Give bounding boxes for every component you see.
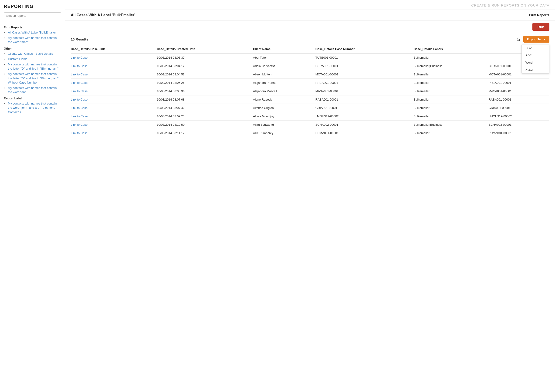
table-row: Link to Case 10/03/2014 08:11:17 Allie P… — [71, 129, 549, 137]
cell-case-number: PUMA001-00001 — [315, 129, 414, 137]
firm-reports-list: All Cases With A Label 'BulkEmailer' My … — [4, 30, 61, 44]
table-row: Link to Case 10/03/2014 08:07:08 Alene R… — [71, 95, 549, 104]
cell-case-link: Link to Case — [71, 104, 157, 112]
report-label-section-title: Report Label — [4, 97, 61, 100]
case-link-9[interactable]: Link to Case — [71, 131, 88, 135]
cell-case-link: Link to Case — [71, 53, 157, 62]
main-content: CREATE & RUN REPORTS ON YOUR DATA All Ca… — [65, 0, 555, 392]
top-bar-subtitle: CREATE & RUN REPORTS ON YOUR DATA — [471, 3, 549, 7]
results-count: 10 Results — [71, 37, 88, 41]
col-header-case-link: Case_Details Case Link — [71, 45, 157, 53]
sidebar-link-contacts-d-birmingham-no-case[interactable]: My contacts with names that contain the … — [8, 72, 58, 84]
action-bar: Run — [65, 21, 555, 33]
table-body: Link to Case 10/03/2014 08:03:37 Abel Tu… — [71, 53, 549, 137]
firm-reports-section-title: Firm Reports — [4, 26, 61, 29]
other-section-title: Other — [4, 47, 61, 50]
case-link-0[interactable]: Link to Case — [71, 56, 88, 59]
list-item: My contacts with names that contain the … — [8, 102, 61, 114]
sidebar-link-contacts-an[interactable]: My contacts with names that contain the … — [8, 86, 57, 94]
sidebar-link-custom-fields[interactable]: Custom Fields — [8, 57, 27, 61]
case-link-4[interactable]: Link to Case — [71, 89, 88, 93]
cell-case-link: Link to Case — [71, 79, 157, 87]
case-link-3[interactable]: Link to Case — [71, 81, 88, 85]
cell-case-number: TUTB001-00001 — [315, 53, 414, 62]
cell-extra: PREA001-00001 — [489, 79, 549, 87]
case-link-8[interactable]: Link to Case — [71, 123, 88, 126]
sidebar-link-contacts-d-birmingham[interactable]: My contacts with names that contain the … — [8, 63, 58, 70]
table-header-row: Case_Details Case Link Case_Details Crea… — [71, 45, 549, 53]
case-link-7[interactable]: Link to Case — [71, 115, 88, 118]
sidebar-link-clients-cases[interactable]: Clients with Cases - Basic Details — [8, 52, 53, 55]
cell-labels: Bulkemailer|Business — [414, 121, 489, 129]
case-link-5[interactable]: Link to Case — [71, 98, 88, 101]
col-header-labels: Case_Details Labels — [414, 45, 489, 53]
cell-created-date: 10/03/2014 08:03:37 — [157, 53, 253, 62]
search-input[interactable] — [4, 12, 61, 19]
table-row: Link to Case 10/03/2014 08:10:50 Allan S… — [71, 121, 549, 129]
sidebar-link-contacts-man[interactable]: My contacts with names that contain the … — [8, 36, 57, 44]
table-row: Link to Case 10/03/2014 08:04:53 Aileen … — [71, 70, 549, 79]
list-item: Custom Fields — [8, 57, 61, 61]
cell-extra: _MOU319-00002 — [489, 112, 549, 121]
cell-labels: Bulkemailer — [414, 112, 489, 121]
cell-case-link: Link to Case — [71, 95, 157, 104]
case-link-2[interactable]: Link to Case — [71, 73, 88, 76]
results-section: 10 Results 🖨 Export To CSV PDF Word XLSX — [65, 33, 555, 392]
export-option-pdf[interactable]: PDF — [522, 52, 549, 59]
cell-client-name: Allie Pumphrey — [253, 129, 315, 137]
cell-created-date: 10/03/2014 08:09:23 — [157, 112, 253, 121]
cell-case-number: SCHA002-00001 — [315, 121, 414, 129]
table-row: Link to Case 10/03/2014 08:07:42 Alfonso… — [71, 104, 549, 112]
cell-created-date: 10/03/2014 08:05:26 — [157, 79, 253, 87]
report-label-list: My contacts with names that contain the … — [4, 102, 61, 114]
cell-client-name: Alejandro Mascall — [253, 87, 315, 95]
case-link-1[interactable]: Link to Case — [71, 64, 88, 68]
cell-case-link: Link to Case — [71, 87, 157, 95]
cell-case-number: MOTA001-00001 — [315, 70, 414, 79]
cell-client-name: Abel Tuter — [253, 53, 315, 62]
run-button[interactable]: Run — [533, 23, 549, 31]
export-dropdown-menu: CSV PDF Word XLSX — [521, 44, 549, 73]
export-option-xlsx[interactable]: XLSX — [522, 66, 549, 73]
cell-extra: RABA001-00001 — [489, 95, 549, 104]
cell-client-name: Aileen Mottern — [253, 70, 315, 79]
cell-case-number: MASA001-00001 — [315, 87, 414, 95]
export-button[interactable]: Export To — [523, 36, 549, 43]
cell-created-date: 10/03/2014 08:04:53 — [157, 70, 253, 79]
export-option-csv[interactable]: CSV — [522, 44, 549, 52]
export-option-word[interactable]: Word — [522, 59, 549, 66]
cell-created-date: 10/03/2014 08:10:50 — [157, 121, 253, 129]
case-link-6[interactable]: Link to Case — [71, 106, 88, 110]
sidebar-link-contacts-john[interactable]: My contacts with names that contain the … — [8, 102, 57, 114]
results-table: Case_Details Case Link Case_Details Crea… — [71, 45, 549, 137]
cell-client-name: Alfonso Griglen — [253, 104, 315, 112]
cell-case-link: Link to Case — [71, 112, 157, 121]
cell-labels: Bulkemailer — [414, 87, 489, 95]
cell-case-link: Link to Case — [71, 62, 157, 70]
cell-case-link: Link to Case — [71, 70, 157, 79]
other-list: Clients with Cases - Basic Details Custo… — [4, 52, 61, 94]
table-row: Link to Case 10/03/2014 08:05:26 Alejand… — [71, 79, 549, 87]
cell-created-date: 10/03/2014 08:06:36 — [157, 87, 253, 95]
cell-extra: PUMA001-00001 — [489, 129, 549, 137]
table-row: Link to Case 10/03/2014 08:03:37 Abel Tu… — [71, 53, 549, 62]
sidebar-link-bulkemailer[interactable]: All Cases With A Label 'BulkEmailer' — [8, 31, 57, 34]
cell-created-date: 10/03/2014 08:07:08 — [157, 95, 253, 104]
app-title: REPORTING — [4, 4, 61, 9]
print-icon[interactable]: 🖨 — [516, 37, 520, 42]
cell-labels: Bulkemailer — [414, 70, 489, 79]
report-header: All Cases With A Label 'BulkEmailer' Fir… — [65, 10, 555, 21]
cell-case-number: RABA001-00001 — [315, 95, 414, 104]
cell-case-number: GRIA001-00001 — [315, 104, 414, 112]
top-bar: CREATE & RUN REPORTS ON YOUR DATA — [65, 0, 555, 10]
cell-case-link: Link to Case — [71, 121, 157, 129]
chevron-down-icon — [543, 39, 546, 40]
list-item: All Cases With A Label 'BulkEmailer' — [8, 30, 61, 35]
results-bar: 10 Results 🖨 Export To CSV PDF Word XLSX — [71, 33, 549, 45]
cell-created-date: 10/03/2014 08:11:17 — [157, 129, 253, 137]
cell-labels: Bulkemailer — [414, 79, 489, 87]
list-item: Clients with Cases - Basic Details — [8, 52, 61, 56]
cell-extra: MASA001-00001 — [489, 87, 549, 95]
col-header-client-name: Client Name — [253, 45, 315, 53]
cell-client-name: Alejandra Prenatt — [253, 79, 315, 87]
